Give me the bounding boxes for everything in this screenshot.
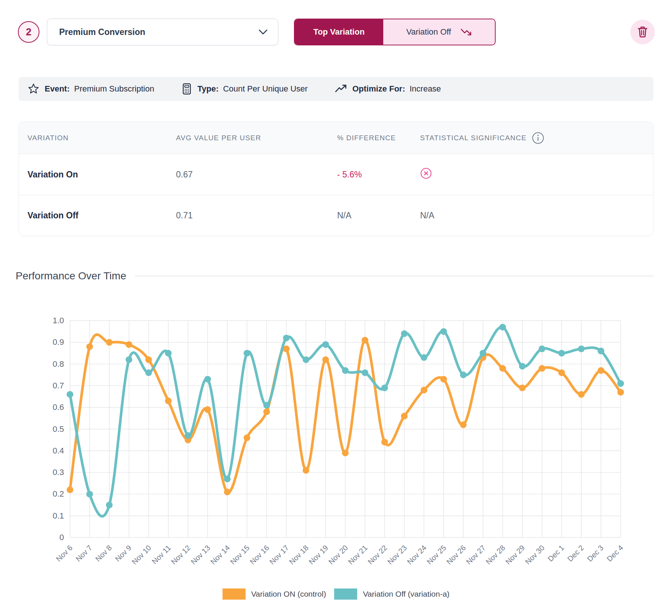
data-point bbox=[106, 339, 113, 346]
row-avg-value: 0.71 bbox=[176, 211, 337, 221]
row-variation-name: Variation Off bbox=[28, 211, 176, 221]
chart-section-title: Performance Over Time bbox=[16, 269, 126, 283]
data-point bbox=[86, 491, 93, 497]
row-avg-value: 0.67 bbox=[176, 170, 337, 180]
x-axis-tick-label: Nov 12 bbox=[170, 543, 192, 566]
data-point bbox=[126, 341, 132, 348]
x-axis-tick-label: Nov 7 bbox=[74, 543, 94, 563]
x-axis-tick-label: Nov 6 bbox=[54, 543, 74, 563]
data-point bbox=[539, 365, 545, 372]
x-axis-tick-label: Dec 1 bbox=[546, 543, 566, 563]
data-point bbox=[67, 487, 73, 493]
data-point bbox=[303, 467, 309, 474]
data-point bbox=[283, 335, 289, 341]
data-point bbox=[401, 330, 408, 337]
row-significance: N/A bbox=[420, 211, 653, 221]
event-value: Premium Subscription bbox=[74, 84, 154, 94]
x-axis-tick-label: Nov 23 bbox=[386, 543, 408, 566]
row-variation-name: Variation On bbox=[28, 170, 176, 180]
performance-chart-svg: 00.10.20.30.40.50.60.70.80.91.0Nov 6Nov … bbox=[15, 292, 657, 585]
x-axis-tick-label: Nov 28 bbox=[484, 543, 506, 566]
data-point bbox=[598, 348, 604, 354]
optimize-label: Optimize For: bbox=[352, 84, 405, 94]
toggle-variation-off[interactable]: Variation Off bbox=[383, 19, 495, 45]
data-point bbox=[519, 363, 526, 369]
data-point bbox=[322, 356, 329, 363]
data-point bbox=[420, 387, 427, 394]
data-point bbox=[145, 356, 152, 363]
data-point bbox=[342, 367, 349, 374]
y-axis-tick-label: 0.8 bbox=[52, 359, 64, 369]
data-point bbox=[244, 350, 250, 356]
variation-toggle-group: Top Variation Variation Off bbox=[294, 19, 496, 45]
data-point bbox=[342, 450, 349, 456]
delete-metric-button[interactable] bbox=[630, 20, 655, 44]
chevron-down-icon bbox=[259, 29, 268, 35]
toggle-top-variation-label: Top Variation bbox=[313, 27, 365, 37]
x-axis-tick-label: Nov 27 bbox=[464, 543, 487, 566]
legend-label: Variation Off (variation-a) bbox=[363, 590, 449, 599]
y-axis-tick-label: 0 bbox=[60, 533, 64, 542]
toggle-variation-off-label: Variation Off bbox=[406, 27, 451, 37]
data-point bbox=[598, 367, 604, 374]
y-axis-tick-label: 0.4 bbox=[52, 446, 64, 455]
metric-controls-row: 2 Premium Conversion Top Variation Varia… bbox=[0, 19, 672, 45]
row-difference: - 5.6% bbox=[337, 170, 420, 180]
x-axis-tick-label: Dec 4 bbox=[605, 543, 625, 563]
data-point bbox=[165, 398, 172, 404]
data-point bbox=[303, 356, 309, 363]
x-axis-tick-label: Nov 16 bbox=[248, 543, 271, 566]
metric-index-label: 2 bbox=[26, 26, 31, 38]
table-row: Variation Off 0.71 N/A N/A bbox=[19, 195, 653, 236]
data-point bbox=[106, 502, 113, 508]
x-axis-tick-label: Nov 15 bbox=[228, 543, 251, 566]
data-point bbox=[617, 389, 624, 395]
x-axis-tick-label: Nov 14 bbox=[209, 543, 231, 566]
x-axis-tick-label: Nov 18 bbox=[288, 543, 310, 566]
legend-item-variation-on[interactable]: Variation ON (control) bbox=[223, 588, 326, 600]
data-point bbox=[499, 365, 506, 372]
x-axis-tick-label: Nov 19 bbox=[307, 543, 330, 566]
y-axis-tick-label: 0.3 bbox=[52, 468, 64, 477]
x-axis-tick-label: Nov 26 bbox=[445, 543, 467, 566]
table-row: Variation On 0.67 - 5.6% bbox=[19, 154, 653, 195]
trash-icon bbox=[637, 26, 649, 38]
not-significant-icon bbox=[420, 167, 432, 179]
data-point bbox=[578, 346, 585, 352]
y-axis-tick-label: 0.2 bbox=[52, 489, 64, 498]
section-divider bbox=[135, 276, 653, 276]
toggle-top-variation[interactable]: Top Variation bbox=[295, 19, 383, 45]
data-point bbox=[362, 337, 368, 343]
data-point bbox=[460, 372, 467, 378]
optimize-value: Increase bbox=[410, 84, 441, 94]
y-axis-tick-label: 0.1 bbox=[52, 511, 64, 520]
data-point bbox=[185, 432, 191, 439]
chart-legend: Variation ON (control) Variation Off (va… bbox=[15, 585, 657, 603]
row-difference: N/A bbox=[337, 211, 420, 221]
info-icon[interactable] bbox=[532, 132, 544, 144]
data-point bbox=[558, 369, 565, 376]
metric-dropdown-value: Premium Conversion bbox=[59, 27, 145, 37]
x-axis-tick-label: Nov 11 bbox=[150, 543, 172, 565]
metric-index-badge: 2 bbox=[18, 21, 39, 43]
table-header-row: VARIATION AVG VALUE PER USER % DIFFERENC… bbox=[19, 122, 653, 154]
y-axis-tick-label: 0.5 bbox=[52, 424, 64, 434]
x-axis-tick-label: Nov 25 bbox=[425, 543, 448, 566]
data-point bbox=[165, 350, 172, 356]
data-point bbox=[539, 346, 545, 352]
legend-item-variation-off[interactable]: Variation Off (variation-a) bbox=[334, 588, 449, 600]
metric-dropdown[interactable]: Premium Conversion bbox=[47, 19, 278, 45]
data-point bbox=[499, 324, 506, 330]
x-axis-tick-label: Nov 24 bbox=[406, 543, 428, 566]
data-point bbox=[224, 489, 231, 495]
data-point bbox=[558, 350, 565, 356]
x-axis-tick-label: Nov 13 bbox=[189, 543, 211, 566]
data-point bbox=[381, 385, 388, 391]
event-info: Event: Premium Subscription bbox=[45, 84, 154, 94]
trending-down-icon bbox=[461, 28, 472, 36]
variation-results-table: VARIATION AVG VALUE PER USER % DIFFERENC… bbox=[19, 122, 653, 236]
x-axis-tick-label: Nov 20 bbox=[327, 543, 349, 566]
col-significance-label: STATISTICAL SIGNIFICANCE bbox=[420, 134, 527, 142]
x-axis-tick-label: Nov 30 bbox=[524, 543, 546, 566]
metric-info-bar: Event: Premium Subscription Type: Count … bbox=[19, 77, 653, 101]
